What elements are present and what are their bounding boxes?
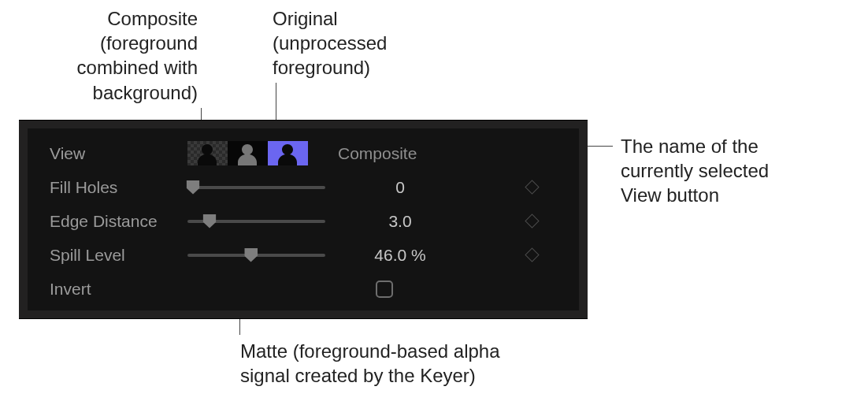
fill-holes-label: Fill Holes bbox=[50, 178, 187, 197]
invert-checkbox-cell bbox=[325, 281, 443, 298]
edge-distance-label: Edge Distance bbox=[50, 212, 187, 231]
fill-holes-value[interactable]: 0 bbox=[341, 178, 459, 197]
callout-matte: Matte (foreground-based alpha signal cre… bbox=[240, 339, 500, 388]
spill-level-slider[interactable] bbox=[187, 254, 325, 257]
spill-level-label: Spill Level bbox=[50, 246, 187, 265]
keyframe-button[interactable] bbox=[508, 182, 555, 192]
view-original-button[interactable] bbox=[268, 141, 308, 165]
callout-composite: Composite (foreground combined with back… bbox=[44, 6, 198, 105]
invert-row: Invert bbox=[50, 272, 555, 306]
invert-label: Invert bbox=[50, 280, 187, 299]
spill-level-value[interactable]: 46.0 % bbox=[341, 246, 459, 265]
fill-holes-slider[interactable] bbox=[187, 186, 325, 189]
slider-thumb[interactable] bbox=[244, 248, 258, 262]
slider-thumb[interactable] bbox=[203, 214, 217, 229]
callout-viewname: The name of the currently selected View … bbox=[621, 134, 769, 208]
edge-distance-slider[interactable] bbox=[187, 220, 325, 223]
diamond-icon bbox=[525, 247, 539, 262]
callout-original: Original (unprocessed foreground) bbox=[273, 6, 387, 80]
view-label: View bbox=[50, 144, 187, 163]
slider-thumb[interactable] bbox=[187, 180, 200, 195]
view-composite-button[interactable] bbox=[187, 141, 228, 165]
keyframe-button[interactable] bbox=[508, 250, 555, 260]
fill-holes-row: Fill Holes 0 bbox=[50, 170, 555, 204]
diamond-icon bbox=[525, 180, 539, 194]
invert-checkbox[interactable] bbox=[376, 281, 393, 298]
keyframe-button[interactable] bbox=[508, 216, 555, 226]
selected-view-name: Composite bbox=[338, 144, 417, 163]
view-button-group bbox=[187, 141, 308, 165]
view-matte-button[interactable] bbox=[228, 141, 268, 165]
edge-distance-value[interactable]: 3.0 bbox=[341, 212, 459, 231]
inspector-panel: View bbox=[19, 120, 588, 319]
diamond-icon bbox=[525, 214, 539, 228]
edge-distance-row: Edge Distance 3.0 bbox=[50, 204, 555, 238]
spill-level-row: Spill Level 46.0 % bbox=[50, 238, 555, 272]
view-row: View bbox=[50, 136, 555, 170]
panel-content: View bbox=[28, 128, 579, 310]
